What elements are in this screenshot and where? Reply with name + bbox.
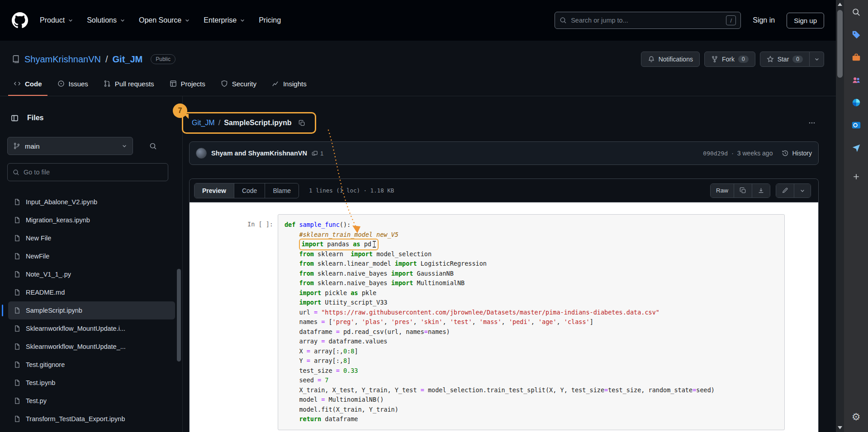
file-tree-scrollbar-thumb[interactable] [177, 269, 181, 362]
code-line: from sklearn.naive_bayes import Multinom… [285, 278, 778, 288]
star-dropdown-button[interactable] [810, 52, 824, 67]
file-tree-controls: main [7, 137, 175, 155]
file-tree-item[interactable]: Test.ipynb [8, 374, 175, 392]
raw-copy-download-group: Raw [710, 183, 770, 198]
sign-in-link[interactable]: Sign in [753, 16, 775, 24]
star-button[interactable]: Star 0 [760, 52, 810, 67]
tools-icon[interactable] [850, 52, 862, 63]
settings-gear-icon[interactable]: ⚙ [850, 411, 862, 423]
nav-pricing[interactable]: Pricing [259, 16, 281, 24]
file-tree-panel: Files main Input_Abalone_V2.ip [0, 96, 183, 432]
add-icon[interactable] [850, 171, 862, 183]
github-logo-icon[interactable] [12, 12, 28, 28]
repo-owner-link[interactable]: ShyamKrishnanVN [24, 54, 101, 65]
nav-enterprise[interactable]: Enterprise [204, 16, 245, 24]
browser-scrollbar[interactable] [836, 0, 844, 432]
repo-name-link[interactable]: Git_JM [113, 54, 143, 65]
global-search[interactable]: / [555, 12, 741, 29]
repo-header: ShyamKrishnanVN / Git_JM Public Notifica… [0, 41, 836, 67]
insights-graph-icon [272, 80, 279, 87]
file-tree-item[interactable]: README.md [8, 283, 175, 301]
file-tree-item[interactable]: SampleScript.ipynb [8, 301, 175, 319]
tab-security[interactable]: Security [215, 72, 262, 96]
scroll-down-arrow[interactable] [838, 426, 842, 429]
code-line: return dataframe [285, 414, 778, 424]
microsoft-365-icon[interactable] [850, 97, 862, 108]
nav-product[interactable]: Product [40, 16, 73, 24]
code-line: names = ['preg', 'plas', 'pres', 'skin',… [285, 317, 778, 327]
edit-dropdown-button[interactable] [794, 184, 811, 197]
tab-projects[interactable]: Projects [164, 72, 211, 96]
content-area: Files main Input_Abalone_V2.ip [0, 96, 836, 432]
github-header: Product Solutions Open Source Enterprise… [0, 0, 836, 41]
commit-authors[interactable]: Shyam and ShyamKrishnanVN [211, 150, 307, 157]
fork-button[interactable]: Fork 0 [704, 52, 755, 67]
file-tree-item[interactable]: Test.gitignore [8, 356, 175, 374]
shopping-icon[interactable] [850, 29, 862, 41]
tab-code[interactable]: Code [8, 72, 47, 96]
file-tree-item[interactable]: Note_V1_1_.py [8, 265, 175, 283]
tab-blame[interactable]: Blame [265, 183, 299, 198]
cell-prompt: In [ ]: [247, 214, 278, 228]
tab-preview[interactable]: Preview [194, 183, 234, 198]
file-tree: Input_Abalone_V2.ipynbMigration_keras.ip… [8, 193, 175, 428]
drop-icon[interactable] [850, 142, 862, 154]
file-tree-item[interactable]: Test.py [8, 392, 175, 410]
file-tree-item[interactable]: Migration_keras.ipynb [8, 211, 175, 229]
file-tree-item[interactable]: NewFile [8, 247, 175, 265]
tab-issues[interactable]: Issues [52, 72, 94, 96]
go-to-file-box[interactable] [7, 163, 168, 181]
notifications-button[interactable]: Notifications [641, 52, 700, 67]
nav-open-source[interactable]: Open Source [139, 16, 190, 24]
file-tree-item[interactable]: Transform_TestData_Export.ipynb [8, 410, 175, 428]
file-tree-item[interactable]: Input_Abalone_V2.ipynb [8, 193, 175, 211]
tab-insights[interactable]: Insights [266, 72, 312, 96]
branch-selector[interactable]: main [7, 137, 133, 155]
chevron-down-icon [120, 18, 125, 23]
edge-sidebar: ⚙ [844, 0, 868, 432]
file-tree-item[interactable]: New File [8, 229, 175, 247]
edit-file-button[interactable] [776, 184, 794, 197]
visibility-badge: Public [151, 54, 175, 64]
copy-path-button[interactable] [295, 116, 309, 130]
file-icon [14, 307, 21, 314]
file-tree-item[interactable]: Sklearnworkflow_MountUpdate_... [8, 338, 175, 356]
search-this-repository-button[interactable] [144, 137, 162, 155]
download-button[interactable] [752, 184, 770, 197]
commit-meta: 090d29d · 3 weeks ago History [703, 150, 812, 157]
scrollbar-thumb[interactable] [837, 10, 843, 78]
copy-file-button[interactable] [734, 184, 752, 197]
sign-up-button[interactable]: Sign up [787, 13, 824, 28]
collapse-file-tree-button[interactable] [7, 111, 22, 125]
search-icon [13, 169, 19, 176]
nav-solutions[interactable]: Solutions [87, 16, 125, 24]
search-icon[interactable] [850, 6, 862, 18]
go-to-file-input[interactable] [24, 169, 163, 176]
avatar[interactable] [196, 148, 207, 159]
commit-sha[interactable]: 090d29d [703, 150, 728, 157]
code-line: model.fit(X_train, Y_train) [285, 405, 778, 415]
file-name: Input_Abalone_V2.ipynb [26, 198, 97, 206]
file-name: Transform_TestData_Export.ipynb [26, 415, 125, 423]
code-line: def sample_func(): [285, 220, 778, 230]
people-icon[interactable] [850, 74, 862, 86]
file-tree-item[interactable]: Sklearnworkflow_MountUpdate.i... [8, 319, 175, 338]
raw-button[interactable]: Raw [711, 184, 734, 197]
commit-time: 3 weeks ago [737, 150, 773, 157]
file-content-box: Preview Code Blame 1 lines (1 loc) · 1.1… [189, 178, 819, 432]
star-split-button: Star 0 [760, 52, 824, 67]
file-name: Sklearnworkflow_MountUpdate.i... [26, 325, 125, 332]
search-input[interactable] [571, 17, 722, 24]
history-button[interactable]: History [782, 150, 812, 157]
commit-versions[interactable]: 1 [312, 150, 323, 157]
tab-pull-requests[interactable]: Pull requests [98, 72, 160, 96]
pull-request-icon [104, 80, 111, 87]
breadcrumb-repo-link[interactable]: Git_JM [192, 119, 215, 127]
current-branch-label: main [25, 142, 40, 150]
scroll-up-arrow[interactable] [838, 3, 842, 6]
history-clock-icon [782, 150, 789, 157]
outlook-icon[interactable] [850, 119, 862, 131]
more-options-button[interactable] [805, 116, 819, 130]
file-name: README.md [26, 289, 65, 296]
tab-code-view[interactable]: Code [234, 183, 265, 198]
